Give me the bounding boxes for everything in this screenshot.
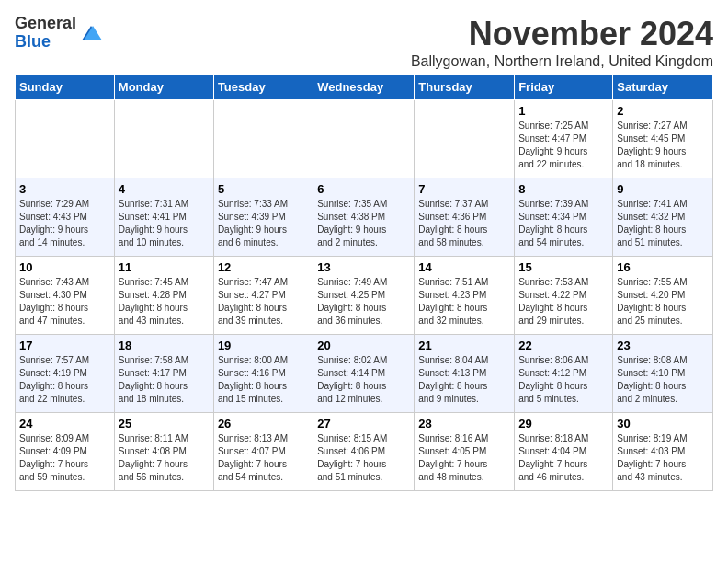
day-info: Sunrise: 7:39 AM Sunset: 4:34 PM Dayligh…	[518, 198, 609, 249]
calendar-cell	[16, 100, 115, 178]
title-block: November 2024 Ballygowan, Northern Irela…	[411, 15, 713, 70]
weekday-header-row: SundayMondayTuesdayWednesdayThursdayFrid…	[16, 75, 713, 100]
calendar-table: SundayMondayTuesdayWednesdayThursdayFrid…	[15, 74, 713, 491]
calendar-week-row: 1Sunrise: 7:25 AM Sunset: 4:47 PM Daylig…	[16, 100, 713, 178]
calendar-cell: 16Sunrise: 7:55 AM Sunset: 4:20 PM Dayli…	[613, 257, 713, 335]
calendar-cell: 11Sunrise: 7:45 AM Sunset: 4:28 PM Dayli…	[114, 257, 213, 335]
day-info: Sunrise: 7:47 AM Sunset: 4:27 PM Dayligh…	[218, 276, 309, 327]
calendar-cell: 17Sunrise: 7:57 AM Sunset: 4:19 PM Dayli…	[16, 335, 115, 413]
calendar-cell: 29Sunrise: 8:18 AM Sunset: 4:04 PM Dayli…	[515, 413, 613, 491]
day-info: Sunrise: 7:41 AM Sunset: 4:32 PM Dayligh…	[617, 198, 709, 249]
weekday-header-friday: Friday	[515, 75, 613, 100]
day-info: Sunrise: 7:29 AM Sunset: 4:43 PM Dayligh…	[19, 198, 110, 249]
calendar-cell	[114, 100, 213, 178]
calendar-cell: 12Sunrise: 7:47 AM Sunset: 4:27 PM Dayli…	[213, 257, 313, 335]
calendar-cell: 20Sunrise: 8:02 AM Sunset: 4:14 PM Dayli…	[313, 335, 415, 413]
day-info: Sunrise: 8:08 AM Sunset: 4:10 PM Dayligh…	[617, 354, 709, 406]
calendar-cell: 5Sunrise: 7:33 AM Sunset: 4:39 PM Daylig…	[213, 178, 313, 257]
day-info: Sunrise: 8:16 AM Sunset: 4:05 PM Dayligh…	[418, 432, 510, 484]
calendar-cell: 14Sunrise: 7:51 AM Sunset: 4:23 PM Dayli…	[415, 257, 515, 335]
day-info: Sunrise: 7:57 AM Sunset: 4:19 PM Dayligh…	[19, 354, 110, 406]
calendar-cell	[415, 100, 515, 178]
day-number: 18	[119, 339, 210, 352]
logo-general: General	[15, 14, 76, 32]
day-number: 24	[19, 417, 110, 431]
calendar-cell: 8Sunrise: 7:39 AM Sunset: 4:34 PM Daylig…	[515, 178, 613, 257]
calendar-week-row: 17Sunrise: 7:57 AM Sunset: 4:19 PM Dayli…	[16, 335, 713, 413]
calendar-cell: 18Sunrise: 7:58 AM Sunset: 4:17 PM Dayli…	[114, 335, 213, 413]
day-info: Sunrise: 8:06 AM Sunset: 4:12 PM Dayligh…	[518, 354, 609, 406]
calendar-title: November 2024	[411, 15, 713, 53]
day-info: Sunrise: 7:33 AM Sunset: 4:39 PM Dayligh…	[218, 198, 309, 249]
day-number: 6	[317, 182, 410, 196]
calendar-cell: 9Sunrise: 7:41 AM Sunset: 4:32 PM Daylig…	[613, 178, 713, 257]
day-info: Sunrise: 7:27 AM Sunset: 4:45 PM Dayligh…	[617, 120, 709, 171]
calendar-cell: 6Sunrise: 7:35 AM Sunset: 4:38 PM Daylig…	[313, 178, 415, 257]
weekday-header-monday: Monday	[114, 75, 213, 100]
calendar-cell: 30Sunrise: 8:19 AM Sunset: 4:03 PM Dayli…	[613, 413, 713, 491]
day-info: Sunrise: 8:15 AM Sunset: 4:06 PM Dayligh…	[317, 432, 410, 484]
day-info: Sunrise: 8:09 AM Sunset: 4:09 PM Dayligh…	[19, 432, 110, 484]
weekday-header-saturday: Saturday	[613, 75, 713, 100]
logo: General Blue	[15, 15, 104, 52]
day-number: 25	[119, 417, 210, 431]
day-number: 9	[617, 182, 709, 196]
day-number: 22	[518, 339, 609, 352]
day-info: Sunrise: 8:04 AM Sunset: 4:13 PM Dayligh…	[418, 354, 510, 406]
day-info: Sunrise: 7:53 AM Sunset: 4:22 PM Dayligh…	[518, 276, 609, 327]
calendar-cell: 26Sunrise: 8:13 AM Sunset: 4:07 PM Dayli…	[213, 413, 313, 491]
calendar-cell: 15Sunrise: 7:53 AM Sunset: 4:22 PM Dayli…	[515, 257, 613, 335]
calendar-subtitle: Ballygowan, Northern Ireland, United Kin…	[411, 53, 713, 70]
page-header: General Blue November 2024 Ballygowan, N…	[15, 15, 713, 70]
day-number: 2	[617, 104, 709, 118]
calendar-cell: 13Sunrise: 7:49 AM Sunset: 4:25 PM Dayli…	[313, 257, 415, 335]
day-number: 27	[317, 417, 410, 431]
day-number: 20	[317, 339, 410, 352]
day-info: Sunrise: 8:11 AM Sunset: 4:08 PM Dayligh…	[119, 432, 210, 484]
day-info: Sunrise: 7:43 AM Sunset: 4:30 PM Dayligh…	[19, 276, 110, 327]
weekday-header-thursday: Thursday	[415, 75, 515, 100]
day-number: 26	[218, 417, 309, 431]
day-info: Sunrise: 7:58 AM Sunset: 4:17 PM Dayligh…	[119, 354, 210, 406]
calendar-week-row: 3Sunrise: 7:29 AM Sunset: 4:43 PM Daylig…	[16, 178, 713, 257]
day-number: 23	[617, 339, 709, 352]
day-number: 14	[418, 260, 510, 274]
calendar-cell: 27Sunrise: 8:15 AM Sunset: 4:06 PM Dayli…	[313, 413, 415, 491]
calendar-week-row: 10Sunrise: 7:43 AM Sunset: 4:30 PM Dayli…	[16, 257, 713, 335]
day-number: 8	[518, 182, 609, 196]
calendar-cell: 7Sunrise: 7:37 AM Sunset: 4:36 PM Daylig…	[415, 178, 515, 257]
day-number: 17	[19, 339, 110, 352]
day-info: Sunrise: 7:51 AM Sunset: 4:23 PM Dayligh…	[418, 276, 510, 327]
day-info: Sunrise: 7:45 AM Sunset: 4:28 PM Dayligh…	[119, 276, 210, 327]
day-number: 19	[218, 339, 309, 352]
day-info: Sunrise: 7:35 AM Sunset: 4:38 PM Dayligh…	[317, 198, 410, 249]
calendar-cell: 21Sunrise: 8:04 AM Sunset: 4:13 PM Dayli…	[415, 335, 515, 413]
day-info: Sunrise: 8:19 AM Sunset: 4:03 PM Dayligh…	[617, 432, 709, 484]
day-info: Sunrise: 8:18 AM Sunset: 4:04 PM Dayligh…	[518, 432, 609, 484]
weekday-header-sunday: Sunday	[16, 75, 115, 100]
day-number: 21	[418, 339, 510, 352]
calendar-cell: 23Sunrise: 8:08 AM Sunset: 4:10 PM Dayli…	[613, 335, 713, 413]
weekday-header-tuesday: Tuesday	[213, 75, 313, 100]
calendar-cell: 19Sunrise: 8:00 AM Sunset: 4:16 PM Dayli…	[213, 335, 313, 413]
day-number: 12	[218, 260, 309, 274]
day-number: 30	[617, 417, 709, 431]
day-number: 13	[317, 260, 410, 274]
calendar-cell: 1Sunrise: 7:25 AM Sunset: 4:47 PM Daylig…	[515, 100, 613, 178]
day-number: 16	[617, 260, 709, 274]
day-info: Sunrise: 8:00 AM Sunset: 4:16 PM Dayligh…	[218, 354, 309, 406]
calendar-cell	[213, 100, 313, 178]
logo-icon	[78, 22, 104, 44]
calendar-week-row: 24Sunrise: 8:09 AM Sunset: 4:09 PM Dayli…	[16, 413, 713, 491]
calendar-cell: 28Sunrise: 8:16 AM Sunset: 4:05 PM Dayli…	[415, 413, 515, 491]
day-number: 10	[19, 260, 110, 274]
calendar-cell: 3Sunrise: 7:29 AM Sunset: 4:43 PM Daylig…	[16, 178, 115, 257]
calendar-cell: 2Sunrise: 7:27 AM Sunset: 4:45 PM Daylig…	[613, 100, 713, 178]
calendar-cell: 24Sunrise: 8:09 AM Sunset: 4:09 PM Dayli…	[16, 413, 115, 491]
day-number: 5	[218, 182, 309, 196]
day-number: 1	[518, 104, 609, 118]
day-number: 7	[418, 182, 510, 196]
calendar-cell: 4Sunrise: 7:31 AM Sunset: 4:41 PM Daylig…	[114, 178, 213, 257]
logo-blue: Blue	[15, 32, 51, 51]
day-number: 4	[119, 182, 210, 196]
